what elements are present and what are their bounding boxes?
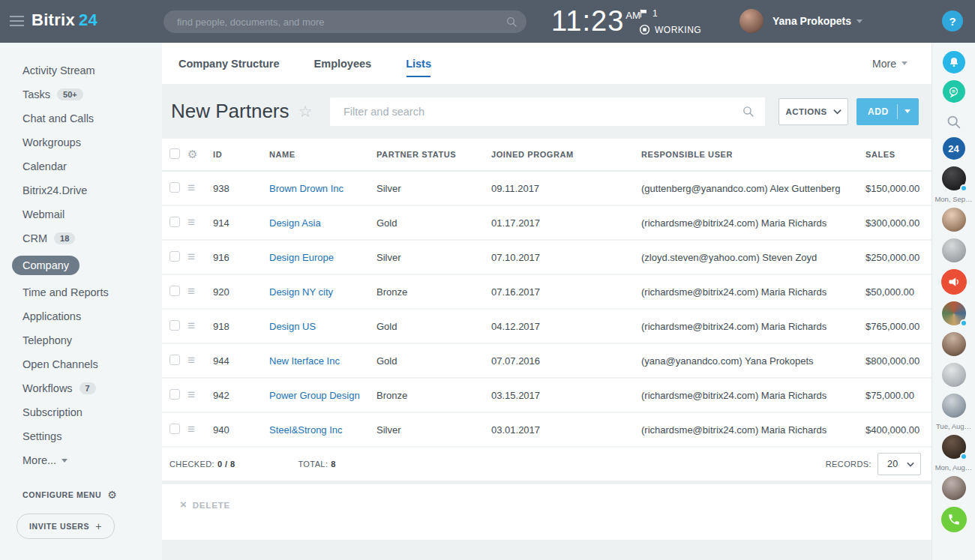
table-row[interactable]: ≡ 938 Brown Drown Inc Silver 09.11.2017 … [162, 172, 932, 206]
row-menu-icon[interactable]: ≡ [188, 353, 195, 367]
grid-settings-gear-icon[interactable]: ⚙ [188, 148, 198, 160]
chat-avatar[interactable] [942, 208, 966, 232]
table-row[interactable]: ≡ 920 Design NY city Bronze 07.16.2017 (… [162, 275, 932, 310]
row-menu-icon[interactable]: ≡ [188, 319, 195, 333]
column-header-id[interactable]: ID [213, 150, 269, 159]
column-header-name[interactable]: NAME [269, 150, 376, 159]
invite-users-button[interactable]: INVITE USERS + [16, 514, 115, 539]
chat-avatar[interactable] [942, 301, 966, 325]
chat-avatar[interactable] [942, 435, 966, 459]
filter-search[interactable] [330, 97, 765, 126]
table-row[interactable]: ≡ 914 Design Asia Gold 01.17.2017 (richa… [162, 206, 932, 241]
chat-avatar[interactable] [942, 166, 966, 190]
partner-name-link[interactable]: Brown Drown Inc [269, 183, 344, 194]
cell-partner-status: Silver [376, 252, 491, 263]
sidebar-item-workflows[interactable]: Workflows 7 [0, 376, 162, 400]
flag-counter[interactable]: 1 [639, 8, 701, 19]
column-header-joined[interactable]: JOINED PROGRAM [491, 150, 641, 159]
tab-employees[interactable]: Employees [314, 58, 372, 70]
sidebar-item-label: Calendar [22, 160, 67, 173]
sidebar-item-calendar[interactable]: Calendar [0, 154, 162, 178]
table-row[interactable]: ≡ 940 Steel&Strong Inc Silver 03.01.2017… [162, 413, 932, 448]
row-checkbox[interactable] [170, 424, 180, 434]
configure-menu-button[interactable]: CONFIGURE MENU ⚙ [0, 489, 162, 501]
partner-name-link[interactable]: Steel&Strong Inc [269, 424, 343, 436]
column-header-sales[interactable]: SALES [866, 150, 932, 159]
sidebar-item-workgroups[interactable]: Workgroups [0, 130, 162, 154]
records-select[interactable]: 20 [878, 453, 921, 475]
row-menu-icon[interactable]: ≡ [188, 388, 195, 402]
sidebar-item-bitrix24-drive[interactable]: Bitrix24.Drive [0, 178, 162, 202]
user-menu[interactable]: Yana Prokopets [740, 9, 862, 33]
row-menu-icon[interactable]: ≡ [188, 284, 195, 298]
bitrix24-badge[interactable]: 24 [943, 137, 965, 160]
row-checkbox[interactable] [170, 251, 180, 262]
sidebar-item-subscription[interactable]: Subscription [0, 400, 162, 424]
partner-name-link[interactable]: Design Europe [269, 252, 334, 263]
chat-avatar[interactable] [942, 332, 966, 356]
partner-name-link[interactable]: Design Asia [269, 217, 321, 229]
chat-avatar[interactable] [942, 476, 966, 500]
add-button[interactable]: ADD [856, 98, 919, 125]
table-row[interactable]: ≡ 918 Design US Gold 04.12.2017 (richard… [162, 310, 932, 344]
partner-name-link[interactable]: New Iterface Inc [269, 355, 340, 367]
sidebar-item-tasks[interactable]: Tasks 50+ [0, 82, 162, 106]
cell-id: 944 [213, 355, 269, 367]
telephony-button[interactable] [941, 507, 967, 532]
row-checkbox[interactable] [170, 286, 180, 296]
row-checkbox[interactable] [170, 217, 180, 227]
add-dropdown-icon[interactable] [904, 109, 910, 113]
chat-avatar[interactable] [942, 394, 966, 418]
sidebar-item-activity-stream[interactable]: Activity Stream [0, 58, 162, 82]
row-menu-icon[interactable]: ≡ [188, 215, 195, 229]
sidebar-item-time-and-reports[interactable]: Time and Reports [0, 280, 162, 304]
tab-company-structure[interactable]: Company Structure [178, 58, 280, 70]
sidebar-item-open-channels[interactable]: Open Channels [0, 352, 162, 376]
row-checkbox[interactable] [170, 389, 180, 400]
search-icon[interactable] [742, 105, 754, 118]
column-header-responsible[interactable]: RESPONSIBLE USER [641, 150, 866, 159]
row-checkbox[interactable] [170, 355, 180, 365]
sidebar-item-webmail[interactable]: Webmail [0, 202, 162, 226]
tab-lists[interactable]: Lists [406, 58, 431, 70]
sidebar-item-chat-and-calls[interactable]: Chat and Calls [0, 106, 162, 130]
cell-responsible-user: (zloyd.steven@yahoo.com) Steven Zoyd [641, 252, 866, 263]
help-button[interactable]: ? [942, 10, 963, 31]
sidebar-item-applications[interactable]: Applications [0, 304, 162, 328]
column-header-status[interactable]: PARTNER STATUS [376, 150, 491, 159]
select-all-checkbox[interactable] [170, 148, 180, 159]
sidebar-item-telephony[interactable]: Telephony [0, 328, 162, 352]
menu-icon[interactable] [10, 16, 24, 29]
global-search-input[interactable] [164, 16, 506, 28]
row-checkbox[interactable] [170, 182, 180, 193]
row-menu-icon[interactable]: ≡ [188, 422, 195, 436]
chat-avatar[interactable] [942, 238, 966, 262]
working-status[interactable]: WORKING [639, 24, 701, 35]
sidebar-item-more-[interactable]: More... [0, 448, 162, 472]
favorite-star-icon[interactable]: ☆ [298, 103, 313, 121]
sidebar-item-settings[interactable]: Settings [0, 424, 162, 448]
more-dropdown[interactable]: More [872, 58, 908, 70]
table-row[interactable]: ≡ 942 Power Group Design Bronze 03.15.20… [162, 379, 932, 413]
cell-id: 940 [213, 424, 269, 436]
sidebar-item-crm[interactable]: CRM 18 [0, 226, 162, 250]
table-row[interactable]: ≡ 916 Design Europe Silver 07.10.2017 (z… [162, 241, 932, 275]
actions-button[interactable]: ACTIONS [778, 98, 848, 125]
row-menu-icon[interactable]: ≡ [188, 181, 195, 195]
partner-name-link[interactable]: Design US [269, 321, 316, 332]
row-menu-icon[interactable]: ≡ [188, 250, 195, 264]
table-row[interactable]: ≡ 944 New Iterface Inc Gold 07.07.2016 (… [162, 344, 932, 379]
partner-name-link[interactable]: Design NY city [269, 286, 333, 298]
rail-search-icon[interactable] [946, 114, 962, 130]
chat-button[interactable] [943, 80, 965, 103]
filter-input[interactable] [330, 106, 742, 118]
notifications-button[interactable] [943, 51, 965, 73]
sidebar-item-company[interactable]: Company [0, 250, 162, 280]
bulk-delete-button[interactable]: × DELETE [162, 484, 932, 540]
row-checkbox[interactable] [170, 320, 180, 331]
announcements-button[interactable] [941, 269, 967, 295]
partner-name-link[interactable]: Power Group Design [269, 390, 360, 401]
global-search[interactable] [164, 10, 526, 33]
chat-avatar[interactable] [942, 363, 966, 387]
bitrix24-logo[interactable]: Bitrix24 [32, 10, 98, 30]
